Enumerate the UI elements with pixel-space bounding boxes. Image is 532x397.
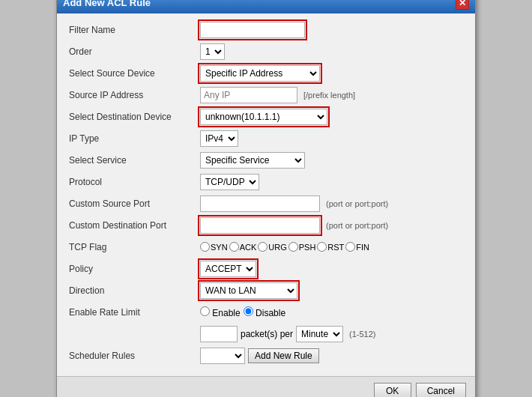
ip-type-label: IP Type bbox=[69, 133, 200, 144]
filter-name-input[interactable]: Incoming WWW bbox=[200, 22, 305, 38]
tcp-flag-label: TCP Flag bbox=[69, 242, 200, 252]
custom-dst-port-input[interactable]: 8080 bbox=[200, 217, 320, 234]
protocol-control: TCP/UDP TCP UDP ICMP bbox=[200, 174, 463, 190]
policy-label: Policy bbox=[69, 264, 200, 274]
select-source-device-row: Select Source Device Specific IP Address… bbox=[69, 64, 463, 82]
ip-type-row: IP Type IPv4 IPv6 bbox=[69, 130, 463, 148]
ip-type-control: IPv4 IPv6 bbox=[200, 130, 463, 147]
policy-select[interactable]: ACCEPT DROP REJECT bbox=[200, 261, 256, 277]
custom-src-port-row: Custom Source Port (port or port:port) bbox=[69, 195, 463, 213]
tcp-flag-fin-label[interactable]: FIN bbox=[345, 242, 369, 252]
order-label: Order bbox=[69, 46, 200, 57]
per-range-note: (1-512) bbox=[349, 330, 375, 339]
order-control: 1 bbox=[200, 43, 463, 60]
source-ip-note: [/prefix length] bbox=[303, 91, 355, 100]
dest-device-select[interactable]: unknown(10.1.1.1) bbox=[200, 109, 327, 125]
direction-select[interactable]: WAN to LAN LAN to WAN WAN to DMZ LAN to … bbox=[200, 282, 297, 299]
tcp-flag-rst-radio[interactable] bbox=[317, 242, 327, 252]
order-select[interactable]: 1 bbox=[200, 43, 225, 60]
rate-disable-radio[interactable] bbox=[244, 306, 253, 316]
enable-rate-limit-label: Enable Rate Limit bbox=[69, 307, 200, 318]
source-ip-row: Source IP Address [/prefix length] bbox=[69, 86, 463, 104]
scheduler-rules-row: Scheduler Rules Add New Rule bbox=[69, 347, 463, 365]
scheduler-rules-label: Scheduler Rules bbox=[69, 351, 200, 361]
tcp-flag-psh-label[interactable]: PSH bbox=[288, 242, 316, 252]
tcp-flag-control: SYN ACK URG PSH RST FIN bbox=[200, 242, 463, 252]
source-ip-label: Source IP Address bbox=[69, 90, 200, 100]
tcp-flag-urg-radio[interactable] bbox=[258, 242, 267, 252]
tcp-flag-rst-label[interactable]: RST bbox=[317, 242, 344, 252]
enable-rate-limit-row: Enable Rate Limit Enable Disable bbox=[69, 303, 463, 321]
tcp-flag-psh-radio[interactable] bbox=[288, 242, 298, 252]
service-select[interactable]: Specific Service Any bbox=[200, 152, 305, 169]
custom-src-port-control: (port or port:port) bbox=[200, 196, 463, 212]
tcp-flag-row: TCP Flag SYN ACK URG PSH RST FIN bbox=[69, 238, 463, 256]
custom-dst-port-row: Custom Destination Port 8080 (port or po… bbox=[69, 216, 463, 234]
select-service-label: Select Service bbox=[69, 155, 200, 166]
protocol-row: Protocol TCP/UDP TCP UDP ICMP bbox=[69, 173, 463, 191]
select-source-device-control: Specific IP Address Any bbox=[200, 65, 463, 82]
packets-control: 0 packet(s) per Minute Hour Day (1-512) bbox=[200, 326, 463, 342]
policy-row: Policy ACCEPT DROP REJECT bbox=[69, 260, 463, 278]
source-device-select[interactable]: Specific IP Address Any bbox=[200, 65, 320, 82]
close-button[interactable]: ✕ bbox=[456, 0, 469, 10]
rate-limit-control: Enable Disable bbox=[200, 306, 463, 318]
rate-disable-text: Disable bbox=[256, 308, 285, 318]
custom-dst-port-note: (port or port:port) bbox=[326, 221, 388, 230]
select-dest-device-control: unknown(10.1.1.1) bbox=[200, 109, 463, 125]
tcp-flag-ack-label[interactable]: ACK bbox=[229, 242, 257, 252]
protocol-select[interactable]: TCP/UDP TCP UDP ICMP bbox=[200, 174, 259, 190]
rate-disable-label[interactable]: Disable bbox=[244, 306, 285, 318]
add-acl-rule-dialog: Add New ACL Rule ✕ Filter Name Incoming … bbox=[56, 0, 476, 397]
packets-label: packet(s) per bbox=[241, 329, 293, 339]
packets-row: 0 packet(s) per Minute Hour Day (1-512) bbox=[69, 325, 463, 343]
direction-control: WAN to LAN LAN to WAN WAN to DMZ LAN to … bbox=[200, 282, 463, 299]
tcp-flag-syn-label[interactable]: SYN bbox=[200, 242, 228, 252]
filter-name-row: Filter Name Incoming WWW bbox=[69, 21, 463, 39]
custom-dst-port-label: Custom Destination Port bbox=[69, 220, 200, 231]
dialog-footer: OK Cancel bbox=[57, 376, 475, 398]
select-service-row: Select Service Specific Service Any bbox=[69, 151, 463, 169]
rate-enable-text: Enable bbox=[212, 308, 240, 318]
ok-button[interactable]: OK bbox=[374, 383, 411, 398]
scheduler-select[interactable] bbox=[200, 348, 245, 364]
source-ip-control: [/prefix length] bbox=[200, 87, 463, 103]
ip-type-select[interactable]: IPv4 IPv6 bbox=[200, 130, 238, 147]
custom-src-port-input[interactable] bbox=[200, 196, 320, 212]
source-ip-input[interactable] bbox=[200, 87, 297, 103]
protocol-label: Protocol bbox=[69, 177, 200, 187]
custom-dst-port-control: 8080 (port or port:port) bbox=[200, 217, 463, 234]
policy-control: ACCEPT DROP REJECT bbox=[200, 261, 463, 277]
order-row: Order 1 bbox=[69, 43, 463, 61]
select-dest-device-row: Select Destination Device unknown(10.1.1… bbox=[69, 108, 463, 126]
select-dest-device-label: Select Destination Device bbox=[69, 112, 200, 122]
rate-enable-label[interactable]: Enable bbox=[200, 306, 241, 318]
direction-row: Direction WAN to LAN LAN to WAN WAN to D… bbox=[69, 282, 463, 300]
form-body: Filter Name Incoming WWW Order 1 Select … bbox=[57, 13, 475, 376]
tcp-flag-syn-radio[interactable] bbox=[200, 242, 210, 252]
tcp-flag-fin-radio[interactable] bbox=[345, 242, 355, 252]
dialog-title: Add New ACL Rule bbox=[63, 0, 151, 8]
custom-src-port-note: (port or port:port) bbox=[326, 199, 388, 208]
filter-name-label: Filter Name bbox=[69, 25, 200, 35]
select-source-device-label: Select Source Device bbox=[69, 68, 200, 79]
per-unit-select[interactable]: Minute Hour Day bbox=[296, 326, 343, 342]
tcp-flag-urg-label[interactable]: URG bbox=[258, 242, 286, 252]
select-service-control: Specific Service Any bbox=[200, 152, 463, 169]
cancel-button[interactable]: Cancel bbox=[416, 383, 466, 398]
title-bar: Add New ACL Rule ✕ bbox=[57, 0, 475, 13]
add-rule-button[interactable]: Add New Rule bbox=[248, 348, 319, 363]
tcp-flag-ack-radio[interactable] bbox=[229, 242, 239, 252]
custom-src-port-label: Custom Source Port bbox=[69, 198, 200, 209]
filter-name-control: Incoming WWW bbox=[200, 22, 463, 38]
rate-enable-radio[interactable] bbox=[200, 306, 210, 316]
packets-input[interactable]: 0 bbox=[200, 326, 238, 342]
direction-label: Direction bbox=[69, 285, 200, 296]
scheduler-rules-control: Add New Rule bbox=[200, 348, 463, 364]
